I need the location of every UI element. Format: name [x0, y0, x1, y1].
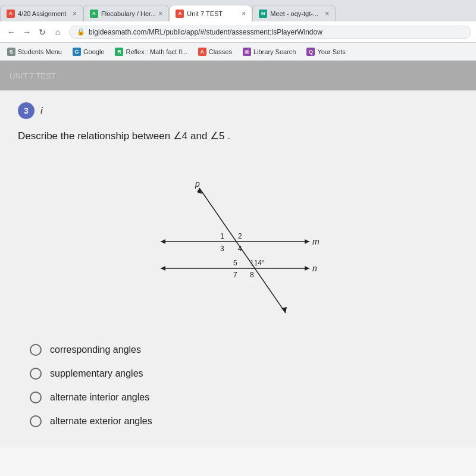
bookmark-label-6: Your Sets: [317, 48, 345, 55]
back-button[interactable]: ←: [5, 26, 18, 39]
svg-text:1: 1: [220, 232, 224, 240]
svg-text:8: 8: [250, 271, 254, 279]
svg-text:5: 5: [233, 259, 237, 267]
answer-option-3[interactable]: alternate interior angles: [30, 392, 458, 403]
tab-close-2[interactable]: ×: [158, 10, 162, 18]
browser-chrome: A 4/20 Assignment × A Flocabulary / Her.…: [0, 0, 476, 61]
svg-text:7: 7: [233, 271, 237, 279]
bookmark-classes[interactable]: A Classes: [196, 46, 234, 57]
tab-unit7test[interactable]: A Unit 7 TEST ×: [169, 5, 252, 21]
svg-text:2: 2: [238, 232, 242, 240]
answer-choices: corresponding angles supplementary angle…: [18, 344, 458, 427]
home-button[interactable]: ⌂: [51, 26, 64, 39]
svg-text:3: 3: [220, 245, 224, 253]
page-content: UNIT 7 TEST 3 i Describe the relationshi…: [0, 61, 476, 476]
tab-favicon-1: A: [7, 10, 15, 18]
tab-label-2: Flocabulary / Her...: [101, 10, 156, 17]
answer-option-4[interactable]: alternate exterior angles: [30, 415, 458, 427]
url-text: bigideasmath.com/MRL/public/app/#/studen…: [89, 28, 322, 36]
bookmark-icon-2: G: [73, 48, 81, 56]
answer-label-2: supplementary angles: [50, 368, 143, 379]
refresh-button[interactable]: ↻: [36, 26, 49, 39]
tab-label-3: Unit 7 TEST: [187, 10, 239, 17]
bookmark-icon-5: ◎: [243, 48, 251, 56]
radio-corresponding[interactable]: [30, 344, 42, 356]
tab-favicon-3: A: [176, 10, 184, 18]
svg-marker-5: [305, 266, 309, 271]
question-text: Describe the relationship between ∠4 and…: [18, 129, 458, 144]
bookmarks-bar: S Students Menu G Google R Reflex : Math…: [0, 43, 476, 61]
nav-buttons: ← → ↻ ⌂: [5, 26, 64, 39]
top-overlay: UNIT 7 TEST: [0, 61, 476, 90]
radio-alternate-interior[interactable]: [30, 392, 42, 403]
question-number-row: 3 i: [18, 102, 458, 119]
tab-favicon-4: M: [259, 10, 267, 18]
svg-text:n: n: [312, 264, 317, 273]
bookmark-your-sets[interactable]: Q Your Sets: [304, 46, 347, 57]
bookmark-reflex[interactable]: R Reflex : Math fact fl...: [112, 46, 189, 57]
tab-close-3[interactable]: ×: [242, 10, 246, 18]
answer-label-4: alternate exterior angles: [50, 416, 152, 427]
svg-text:114°: 114°: [250, 259, 265, 267]
bookmark-icon-4: A: [198, 48, 206, 56]
bookmark-icon-1: S: [7, 48, 15, 56]
geometry-diagram: m n p: [143, 158, 333, 325]
answer-label-3: alternate interior angles: [50, 392, 149, 403]
tab-label-4: Meet - oqy-tgt-...: [270, 10, 322, 17]
answer-label-1: corresponding angles: [50, 345, 141, 355]
tab-close-1[interactable]: ×: [73, 10, 77, 18]
bookmark-library-search[interactable]: ◎ Library Search: [240, 46, 299, 57]
bookmark-icon-3: R: [115, 48, 123, 56]
tab-bar: A 4/20 Assignment × A Flocabulary / Her.…: [0, 0, 476, 21]
url-bar[interactable]: 🔒 bigideasmath.com/MRL/public/app/#/stud…: [69, 26, 471, 39]
top-overlay-text: UNIT 7 TEST: [10, 71, 56, 80]
svg-line-8: [199, 188, 286, 313]
tab-label-1: 4/20 Assignment: [18, 10, 70, 17]
bookmark-google[interactable]: G Google: [70, 46, 107, 57]
tab-favicon-2: A: [90, 10, 98, 18]
question-number-badge: 3: [18, 102, 35, 119]
tab-close-4[interactable]: ×: [325, 10, 329, 18]
tab-flocabulary[interactable]: A Flocabulary / Her... ×: [83, 5, 169, 21]
question-container: 3 i Describe the relationship between ∠4…: [0, 90, 476, 447]
svg-marker-1: [305, 239, 309, 244]
svg-text:p: p: [195, 179, 200, 189]
bookmark-label-3: Reflex : Math fact fl...: [126, 48, 187, 55]
bookmark-label-2: Google: [83, 48, 104, 55]
radio-supplementary[interactable]: [30, 368, 42, 380]
bookmark-label-1: Students Menu: [18, 48, 62, 55]
address-bar: ← → ↻ ⌂ 🔒 bigideasmath.com/MRL/public/ap…: [0, 21, 476, 43]
bookmark-icon-6: Q: [306, 48, 315, 56]
answer-option-1[interactable]: corresponding angles: [30, 344, 458, 356]
info-icon: i: [40, 106, 43, 115]
tab-meet[interactable]: M Meet - oqy-tgt-... ×: [252, 5, 336, 21]
bookmark-label-5: Library Search: [253, 48, 296, 55]
tab-assignment[interactable]: A 4/20 Assignment ×: [0, 5, 83, 21]
answer-option-2[interactable]: supplementary angles: [30, 368, 458, 380]
radio-alternate-exterior[interactable]: [30, 415, 42, 427]
forward-button[interactable]: →: [20, 26, 33, 39]
bookmark-students-menu[interactable]: S Students Menu: [5, 46, 64, 57]
diagram-container: m n p: [18, 158, 458, 325]
bookmark-label-4: Classes: [209, 48, 232, 55]
svg-text:4: 4: [238, 245, 242, 253]
svg-text:m: m: [312, 237, 320, 246]
svg-marker-2: [161, 239, 165, 244]
svg-marker-6: [161, 266, 165, 271]
